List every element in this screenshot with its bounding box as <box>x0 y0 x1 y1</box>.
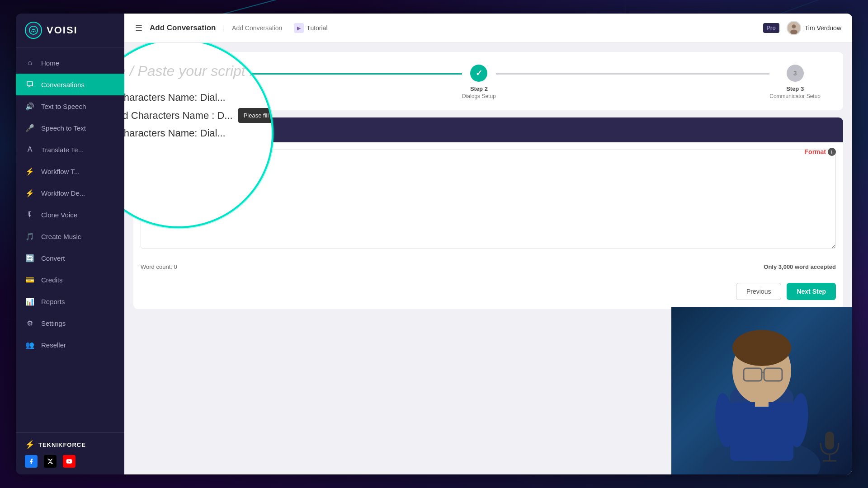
word-count: Word count: 0 <box>141 263 177 270</box>
sidebar-item-reports[interactable]: 📊 Reports <box>16 291 124 312</box>
sidebar-item-credits[interactable]: 💳 Credits <box>16 269 124 291</box>
sidebar-item-text-to-speech[interactable]: 🔊 Text to Speech <box>16 95 124 117</box>
conversations-icon <box>25 80 35 89</box>
sidebar-item-label: Convert <box>41 254 65 262</box>
topbar-title: Add Conversation <box>150 23 216 33</box>
reseller-icon: 👥 <box>25 340 35 350</box>
tutorial-label: Tutorial <box>307 24 327 32</box>
next-step-button[interactable]: Next Step <box>787 283 836 300</box>
step3-circle: 3 <box>787 65 804 82</box>
topbar-divider: | <box>223 24 225 32</box>
magnifier-big-text: Type / Paste your script he... <box>124 63 274 80</box>
topbar-breadcrumb: Add Conversation <box>232 24 282 32</box>
sidebar-item-label: Speech to Text <box>41 124 86 132</box>
pr-badge: Pro <box>763 23 779 33</box>
sidebar-item-workflow-de[interactable]: ⚡ Workflow De... <box>16 182 124 204</box>
teknikforce-brand: ⚡ TEKNIKFORCE <box>25 440 115 450</box>
script-footer: Word count: 0 Only 3,000 word accepted <box>133 258 843 276</box>
reports-icon: 📊 <box>25 296 35 306</box>
svg-point-1 <box>31 30 33 32</box>
sidebar-item-label: Create Music <box>41 233 81 240</box>
magnifier-script-lines: First Characters Name: Dial... Second Ch… <box>124 89 274 142</box>
translate-icon: A <box>25 145 35 155</box>
sidebar-item-label: Reseller <box>41 341 66 349</box>
sidebar-item-translate-text[interactable]: A Translate Te... <box>16 139 124 160</box>
word-limit: Only 3,000 word accepted <box>764 263 836 270</box>
user-menu[interactable]: Tim Verduow <box>787 21 841 35</box>
sidebar-footer: ⚡ TEKNIKFORCE <box>16 432 124 474</box>
sidebar-item-label: Translate Te... <box>41 146 84 154</box>
person-silhouette <box>689 312 834 474</box>
sidebar-item-workflow-t[interactable]: ⚡ Workflow T... <box>16 160 124 182</box>
convert-icon: 🔄 <box>25 253 35 263</box>
svg-rect-15 <box>730 402 793 461</box>
hamburger-icon[interactable]: ☰ <box>135 23 142 33</box>
sidebar-item-label: Workflow T... <box>41 168 80 175</box>
format-info-icon: i <box>828 148 836 156</box>
step3-sub: Communicator Setup <box>769 93 821 99</box>
svg-point-2 <box>33 31 34 33</box>
create-music-icon: 🎵 <box>25 231 35 241</box>
tooltip-text: Please fill out this field. <box>244 112 274 119</box>
step2-sub: Dialogs Setup <box>462 93 496 99</box>
twitter-x-link[interactable] <box>44 455 57 468</box>
svg-rect-19 <box>825 432 834 450</box>
logo-text: VOISI <box>47 24 78 36</box>
sidebar-item-clone-voice[interactable]: 🎙 Clone Voice <box>16 204 124 225</box>
sidebar-item-label: Workflow De... <box>41 189 85 197</box>
action-buttons: Previous Next Step <box>133 276 843 309</box>
sidebar-item-convert[interactable]: 🔄 Convert <box>16 247 124 269</box>
tk-icon: ⚡ <box>25 440 35 450</box>
wizard-step-2: ✓ Step 2 Dialogs Setup <box>462 65 496 99</box>
svg-point-11 <box>732 330 791 366</box>
previous-button[interactable]: Previous <box>736 283 781 300</box>
workflow-t-icon: ⚡ <box>25 166 35 176</box>
sidebar-item-label: Credits <box>41 276 63 284</box>
svg-point-7 <box>790 30 797 35</box>
sidebar-item-reseller[interactable]: 👥 Reseller <box>16 334 124 356</box>
step2-circle: ✓ <box>470 65 487 82</box>
svg-point-3 <box>34 30 36 32</box>
text-to-speech-icon: 🔊 <box>25 101 35 111</box>
user-avatar <box>787 21 801 35</box>
tooltip-box: Please fill out this field. <box>238 108 274 123</box>
logo-icon <box>25 22 42 39</box>
home-icon: ⌂ <box>25 58 35 68</box>
wizard-step-3: 3 Step 3 Communicator Setup <box>769 65 821 99</box>
magnifier-line-1: First Characters Name: Dial... <box>124 89 274 107</box>
svg-point-0 <box>29 26 38 34</box>
webcam-overlay <box>671 307 852 474</box>
sidebar-nav: ⌂ Home Conversations 🔊 Text to Speech <box>16 47 124 432</box>
sidebar: VOISI ⌂ Home Conversations 🔊 <box>16 14 124 474</box>
settings-icon: ⚙ <box>25 318 35 328</box>
tutorial-link[interactable]: ▶ Tutorial <box>294 23 327 33</box>
format-label: Format <box>805 148 826 155</box>
sidebar-item-settings[interactable]: ⚙ Settings <box>16 312 124 334</box>
svg-point-6 <box>792 24 796 28</box>
speech-to-text-icon: 🎤 <box>25 123 35 133</box>
sidebar-item-label: Clone Voice <box>41 211 77 219</box>
tutorial-icon: ▶ <box>294 23 304 33</box>
sidebar-item-conversations[interactable]: Conversations <box>16 74 124 95</box>
clone-voice-icon: 🎙 <box>25 210 35 220</box>
format-button[interactable]: Format i <box>805 148 836 156</box>
sidebar-item-home[interactable]: ⌂ Home <box>16 52 124 74</box>
user-name: Tim Verduow <box>805 24 841 32</box>
magnifier-content: Type / Paste your script he... First Cha… <box>124 54 274 151</box>
sidebar-item-label: Conversations <box>41 81 85 89</box>
sidebar-item-label: Home <box>41 59 59 67</box>
magnifier-line-3: First Characters Name: Dial... <box>124 124 274 142</box>
sidebar-item-label: Settings <box>41 319 66 327</box>
step3-label: Step 3 <box>786 85 804 93</box>
logo-area: VOISI <box>16 14 124 47</box>
sidebar-item-label: Reports <box>41 298 65 305</box>
topbar: ☰ Add Conversation | Add Conversation ▶ … <box>124 14 852 43</box>
microphone-icon <box>816 429 843 465</box>
sidebar-item-create-music[interactable]: 🎵 Create Music <box>16 225 124 247</box>
facebook-link[interactable] <box>25 455 38 468</box>
sidebar-item-label: Text to Speech <box>41 103 86 110</box>
youtube-link[interactable] <box>63 455 75 468</box>
sidebar-item-speech-to-text[interactable]: 🎤 Speech to Text <box>16 117 124 139</box>
step2-label: Step 2 <box>470 85 488 93</box>
step-connector-2 <box>496 73 770 75</box>
